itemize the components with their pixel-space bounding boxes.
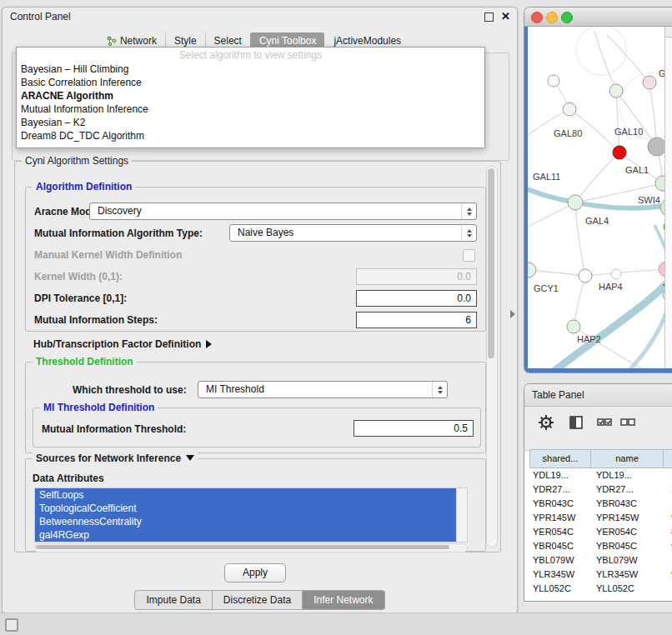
bottom-status-bar (0, 612, 672, 635)
mi-steps-label: Mutual Information Steps: (34, 314, 158, 326)
tab-impute-data[interactable]: Impute Data (134, 590, 212, 610)
table-header-row: shared... name (529, 449, 672, 468)
table-row[interactable]: YBR045CYBR045C9. (529, 539, 672, 553)
kernel-width-label: Kernel Width (0,1): (34, 271, 123, 282)
algorithm-option[interactable]: Basic Correlation Inference (17, 76, 484, 89)
dpi-tolerance-label: DPI Tolerance [0,1]: (34, 292, 127, 304)
hub-definition-toggle[interactable]: Hub/Transcription Factor Definition (33, 338, 212, 350)
close-traffic-light-icon[interactable] (531, 12, 543, 23)
aracne-mode-select[interactable]: Discovery (89, 202, 477, 220)
close-icon[interactable]: ✕ (501, 12, 510, 22)
sources-group: Sources for Network Inference Data Attri… (25, 458, 486, 552)
kernel-width-field[interactable]: 0.0 (356, 268, 477, 285)
table-row[interactable]: YLL052CYLL052C (529, 582, 672, 596)
table-panel-title: Table Panel (532, 389, 584, 401)
algorithm-definition-title: Algorithm Definition (33, 181, 135, 192)
table-toolbar (524, 407, 672, 451)
combo-arrows-icon (461, 225, 476, 241)
table-row[interactable]: YLR345WYLR345W9. (529, 568, 672, 582)
threshold-definition-group: Threshold Definition Which threshold to … (25, 362, 486, 453)
network-canvas[interactable]: GAL GAL80 GAL10 GAL11 GAL1 SWI4 GAL4 GCY… (524, 27, 672, 372)
control-panel-titlebar[interactable]: Control Panel ✕ (3, 8, 517, 26)
algorithm-option[interactable]: Dream8 DC_TDC Algorithm (17, 129, 484, 142)
gear-icon[interactable] (538, 414, 554, 431)
list-item[interactable]: SelfLoops (35, 488, 457, 502)
column-header[interactable]: name (590, 450, 663, 468)
node-label: GAL11 (533, 172, 560, 182)
table-row[interactable]: YBR043CYBR043C (529, 497, 672, 511)
scroll-up-button[interactable] (665, 27, 672, 38)
node-label: GAL80 (554, 128, 582, 138)
which-threshold-select[interactable]: MI Threshold (198, 381, 448, 398)
bottom-tabbar: Impute Data Discretize Data Infer Networ… (3, 590, 517, 610)
data-attributes-list[interactable]: SelfLoops TopologicalCoefficient Between… (34, 488, 468, 542)
list-item[interactable]: BetweennessCentrality (35, 515, 457, 528)
algorithm-dropdown-list: Select algorithm to view settings Bayesi… (16, 47, 485, 148)
attribute-list-hscrollbar[interactable] (34, 543, 468, 552)
manual-kernel-checkbox[interactable] (463, 249, 475, 262)
deselect-all-icon[interactable] (619, 414, 636, 431)
column-header[interactable] (663, 450, 672, 468)
expanded-arrow-icon (186, 455, 194, 461)
node-label: GAL1 (625, 165, 649, 175)
algorithm-option-selected[interactable]: ARACNE Algorithm (17, 89, 484, 102)
control-panel-window: Control Panel ✕ Network Style Select Cyn… (2, 7, 518, 614)
algorithm-option[interactable]: Bayesian – Hill Climbing (17, 62, 484, 76)
minimize-traffic-light-icon[interactable] (546, 12, 558, 23)
algorithm-option[interactable]: Mutual Information Inference (17, 102, 484, 116)
mi-threshold-field[interactable]: 0.5 (354, 420, 474, 437)
table-row[interactable]: YBL079WYBL079W (529, 553, 672, 568)
table-row[interactable]: YDL19...YDL19...13 (529, 468, 672, 482)
settings-scrollbar-thumb[interactable] (488, 168, 494, 358)
mi-threshold-label: Mutual Information Threshold: (42, 423, 186, 435)
network-view-window: GAL GAL80 GAL10 GAL11 GAL1 SWI4 GAL4 GCY… (524, 7, 672, 373)
node-label: GCY1 (534, 283, 559, 293)
node-label: GAL4 (585, 216, 609, 226)
threshold-definition-title: Threshold Definition (33, 356, 137, 368)
select-all-icon[interactable] (596, 414, 613, 431)
restore-icon[interactable] (484, 12, 494, 22)
algorithm-definition-group: Algorithm Definition Aracne Mode: Discov… (25, 187, 486, 332)
data-attributes-label: Data Attributes (33, 472, 104, 484)
column-header[interactable]: shared... (529, 450, 590, 468)
network-icon (107, 36, 117, 46)
table-panel-titlebar[interactable]: Table Panel (524, 384, 672, 407)
dropdown-placeholder: Select algorithm to view settings (17, 48, 484, 62)
attribute-list-hscrollbar-thumb[interactable] (36, 545, 449, 549)
manual-kernel-label: Manual Kernel Width Definition (34, 249, 182, 261)
panel-toggle-icon[interactable] (5, 618, 18, 632)
algorithm-option[interactable]: Bayesian – K2 (17, 116, 484, 129)
list-item[interactable]: gal4RGexp (35, 528, 457, 542)
combo-arrows-icon (432, 382, 447, 398)
window-title: Control Panel (10, 11, 71, 22)
column-icon[interactable] (568, 414, 584, 431)
screen: Control Panel ✕ Network Style Select Cyn… (0, 0, 672, 635)
dpi-tolerance-field[interactable]: 0.0 (356, 290, 477, 307)
mi-threshold-group: MI Threshold Definition Mutual Informati… (33, 408, 481, 448)
network-window-titlebar[interactable] (524, 8, 672, 27)
mi-threshold-group-title: MI Threshold Definition (40, 402, 158, 413)
mi-type-label: Mutual Information Algorithm Type: (34, 228, 203, 239)
tab-discretize-data[interactable]: Discretize Data (213, 590, 303, 610)
collapsed-arrow-icon (206, 340, 212, 348)
settings-scrollbar[interactable] (486, 166, 498, 548)
list-item[interactable]: TopologicalCoefficient (35, 502, 457, 515)
table-panel-window: Table Panel (524, 383, 672, 602)
zoom-traffic-light-icon[interactable] (561, 12, 573, 23)
node-label: GAL10 (614, 127, 643, 137)
panel-splitter-handle[interactable] (510, 310, 515, 318)
mi-type-select[interactable]: Naive Bayes (229, 224, 477, 242)
table-row[interactable]: YER054CYER054C8. (529, 525, 672, 539)
cyni-algorithm-settings-group: Cyni Algorithm Settings Algorithm Defini… (14, 161, 501, 552)
combo-arrows-icon (461, 203, 476, 219)
node-label: HAP4 (599, 282, 623, 292)
tab-infer-network[interactable]: Infer Network (303, 590, 384, 610)
settings-group-title: Cyni Algorithm Settings (22, 155, 132, 167)
sources-group-title[interactable]: Sources for Network Inference (33, 452, 198, 464)
mi-steps-field[interactable]: 6 (356, 312, 477, 328)
table-row[interactable]: YPR145WYPR145W9. (529, 511, 672, 525)
network-vscrollbar[interactable] (664, 27, 672, 368)
table-row[interactable]: YDR27...YDR27...12 (529, 482, 672, 497)
apply-button[interactable]: Apply (224, 563, 286, 582)
attribute-list-vscrollbar[interactable] (456, 488, 467, 542)
